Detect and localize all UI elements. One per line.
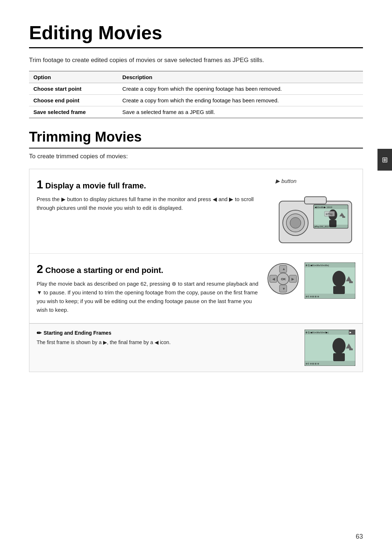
svg-rect-42 — [333, 353, 345, 361]
section-intro: To create trimmed copies of movies: — [29, 153, 363, 160]
option-cell: Choose start point — [29, 83, 118, 94]
note-body: The first frame is shown by a ▶, the fin… — [37, 339, 299, 346]
description-cell: Create a copy from which the ending foot… — [118, 94, 363, 106]
svg-text:▼: ▼ — [282, 287, 286, 291]
step-1-number: 1 — [37, 178, 43, 191]
intro-text: Trim footage to create edited copies of … — [29, 56, 363, 65]
svg-rect-4 — [305, 197, 326, 204]
option-cell: Choose end point — [29, 94, 118, 106]
svg-point-3 — [290, 217, 301, 228]
svg-text:▲: ▲ — [282, 267, 286, 271]
step-1-right: ▶ button — [275, 178, 355, 245]
step-2-number: 2 — [37, 262, 43, 276]
step-1-body: Press the ▶ button to display pictures f… — [37, 195, 268, 212]
options-table: Option Description Choose start point Cr… — [29, 71, 363, 118]
description-cell: Save a selected frame as a JPEG still. — [118, 106, 363, 118]
note-content: ✏ Starting and Ending Frames The first f… — [37, 330, 355, 366]
svg-text:✿  ‖ [◀01m30s/10m30s]: ✿ ‖ [◀01m30s/10m30s] — [306, 264, 329, 266]
option-cell: Save selected frame — [29, 106, 118, 118]
note-heading-text: Starting and Ending Frames — [44, 330, 111, 336]
svg-text:⊛Play: ⊛Play — [326, 213, 333, 216]
page: ⊞ Editing Movies Trim footage to create … — [0, 0, 392, 555]
page-title: Editing Movies — [29, 22, 363, 48]
camera-image-1: ◀10m30s▶ 13/13 ⊛Play DSC_0013 ⊛Play — [275, 190, 355, 245]
svg-rect-31 — [333, 286, 345, 294]
step-1-left: 1 Display a movie full frame. Press the … — [37, 178, 268, 212]
svg-rect-9 — [342, 216, 345, 218]
step-1-heading: Display a movie full frame. — [45, 181, 146, 191]
pencil-icon: ✏ — [37, 330, 41, 336]
screen-svg-3: ✿ ‖ [◀01m30s/10m3▶] ▶ ⊛① ⊛ ⊞ ⊞ ⊕ — [305, 330, 355, 366]
step-2-left: 2 Choose a starting or end point. Play t… — [37, 262, 260, 314]
table-row: Choose start point Create a copy from wh… — [29, 83, 363, 94]
bookmark-icon: ⊞ — [382, 155, 388, 164]
step-2-heading: Choose a starting or end point. — [45, 266, 163, 275]
page-number: 63 — [356, 533, 363, 540]
table-row: Choose end point Create a copy from whic… — [29, 94, 363, 106]
svg-rect-33 — [349, 281, 353, 283]
svg-text:OK: OK — [281, 277, 286, 281]
svg-text:▶: ▶ — [291, 277, 294, 281]
table-row: Save selected frame Save a selected fram… — [29, 106, 363, 118]
svg-text:✿  ‖ [◀01m30s/10m3▶]: ✿ ‖ [◀01m30s/10m3▶] — [306, 331, 328, 334]
step-2: 2 Choose a starting or end point. Play t… — [29, 254, 363, 323]
step-1-button-label: ▶ button — [275, 178, 297, 184]
step-2-right: OK ▲ ▼ ◀ ▶ ✿ ‖ [◀01m30s/10m30s] — [267, 262, 355, 299]
step-1-heading-row: 1 Display a movie full frame. — [37, 178, 268, 191]
col2-header: Description — [118, 71, 363, 83]
step-1: 1 Display a movie full frame. Press the … — [29, 169, 363, 254]
dpad-svg: OK ▲ ▼ ◀ ▶ — [267, 262, 299, 295]
svg-point-41 — [332, 338, 346, 354]
svg-text:⊛Play  DSC_0013: ⊛Play DSC_0013 — [314, 225, 329, 228]
svg-text:⊛① ⊛   ⊞ ⊞  ⊕: ⊛① ⊛ ⊞ ⊞ ⊕ — [306, 363, 319, 365]
step-2-images: OK ▲ ▼ ◀ ▶ ✿ ‖ [◀01m30s/10m30s] — [267, 262, 355, 299]
svg-point-30 — [332, 271, 346, 287]
step-2-body: Play the movie back as described on page… — [37, 279, 260, 314]
note-heading: ✏ Starting and Ending Frames — [37, 330, 299, 336]
col1-header: Option — [29, 71, 118, 83]
camera-svg-1: ◀10m30s▶ 13/13 ⊛Play DSC_0013 ⊛Play — [275, 190, 355, 245]
screen-svg-2: ✿ ‖ [◀01m30s/10m30s] ⊛① ⊛ ⊞ ⊞ ⊕ — [305, 262, 355, 299]
svg-text:◀10m30s▶  13/13: ◀10m30s▶ 13/13 — [315, 206, 332, 208]
description-cell: Create a copy from which the opening foo… — [118, 83, 363, 94]
side-tab: ⊞ — [377, 149, 392, 171]
svg-text:⊛① ⊛   ⊞ ⊞  ⊕: ⊛① ⊛ ⊞ ⊞ ⊕ — [306, 295, 319, 298]
steps-container: 1 Display a movie full frame. Press the … — [29, 169, 363, 372]
note-text: ✏ Starting and Ending Frames The first f… — [37, 330, 299, 346]
section-title: Trimming Movies — [29, 129, 363, 148]
svg-text:◀: ◀ — [272, 277, 275, 281]
step-2-heading-row: 2 Choose a starting or end point. — [37, 262, 260, 276]
note-box: ✏ Starting and Ending Frames The first f… — [29, 323, 363, 372]
svg-rect-44 — [349, 348, 353, 350]
